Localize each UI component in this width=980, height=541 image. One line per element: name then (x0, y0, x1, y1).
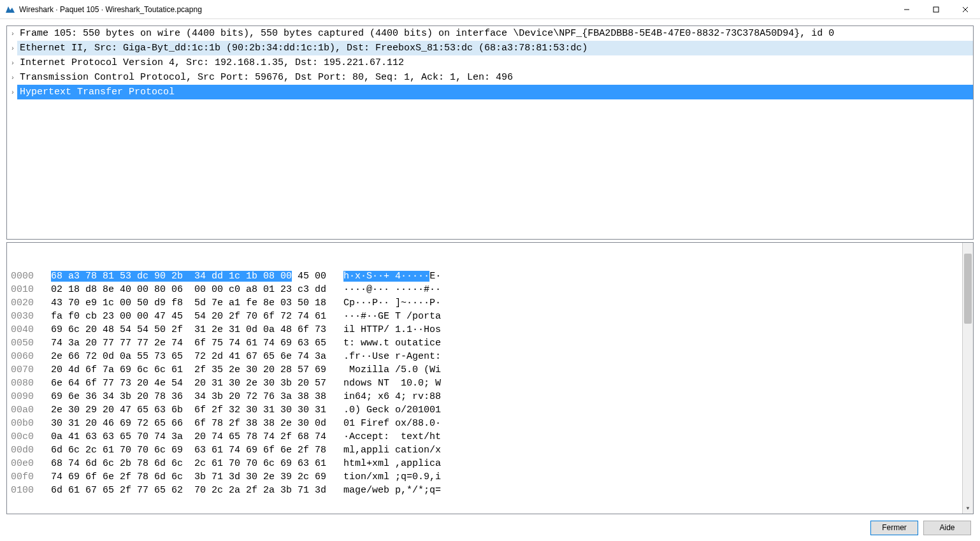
hex-line[interactable]: 0050 74 3a 20 77 77 77 2e 74 6f 75 74 61… (7, 336, 973, 350)
chevron-right-icon[interactable]: › (8, 85, 17, 99)
chevron-right-icon[interactable]: › (8, 71, 17, 84)
packet-details-tree[interactable]: ›Frame 105: 550 bytes on wire (4400 bits… (6, 25, 974, 240)
hex-line[interactable]: 0100 6d 61 67 65 2f 77 65 62 70 2c 2a 2f… (7, 484, 973, 497)
hex-line[interactable]: 0030 fa f0 cb 23 00 00 47 45 54 20 2f 70… (7, 310, 973, 323)
hex-line[interactable]: 00e0 68 74 6d 6c 2b 78 6d 6c 2c 61 70 70… (7, 457, 973, 470)
hex-line[interactable]: 00b0 30 31 20 46 69 72 65 66 6f 78 2f 38… (7, 417, 973, 430)
maximize-button[interactable] (921, 0, 951, 19)
close-button[interactable] (951, 0, 980, 19)
wireshark-icon (5, 4, 15, 15)
hex-line[interactable]: 00d0 6d 6c 2c 61 70 70 6c 69 63 61 74 69… (7, 444, 973, 457)
hex-line[interactable]: 00a0 2e 30 29 20 47 65 63 6b 6f 2f 32 30… (7, 403, 973, 417)
tree-row[interactable]: ›Frame 105: 550 bytes on wire (4400 bits… (7, 26, 973, 41)
scroll-down-icon[interactable]: ▼ (963, 503, 973, 514)
scroll-thumb[interactable] (964, 254, 972, 324)
tree-row[interactable]: ›Transmission Control Protocol, Src Port… (7, 70, 973, 85)
titlebar: Wireshark · Paquet 105 · Wireshark_Touta… (0, 0, 980, 19)
hex-line[interactable]: 00c0 0a 41 63 63 65 70 74 3a 20 74 65 78… (7, 430, 973, 444)
hex-line[interactable]: 0020 43 70 e9 1c 00 50 d9 f8 5d 7e a1 fe… (7, 296, 973, 310)
hex-line[interactable]: 0060 2e 66 72 0d 0a 55 73 65 72 2d 41 67… (7, 350, 973, 363)
hex-scrollbar[interactable]: ▲ ▼ (962, 243, 973, 514)
svg-rect-1 (933, 7, 939, 12)
dialog-footer: Fermer Aide (0, 514, 980, 541)
hex-line[interactable]: 00f0 74 69 6f 6e 2f 78 6d 6c 3b 71 3d 30… (7, 470, 973, 484)
tree-row[interactable]: ›Ethernet II, Src: Giga-Byt_dd:1c:1b (90… (7, 41, 973, 55)
tree-row-label: Hypertext Transfer Protocol (17, 85, 973, 99)
tree-row-label: Frame 105: 550 bytes on wire (4400 bits)… (17, 26, 973, 41)
chevron-right-icon[interactable]: › (8, 27, 17, 40)
tree-row[interactable]: ›Hypertext Transfer Protocol (7, 85, 973, 99)
hex-line[interactable]: 0000 68 a3 78 81 53 dc 90 2b 34 dd 1c 1b… (7, 270, 973, 283)
tree-row[interactable]: ›Internet Protocol Version 4, Src: 192.1… (7, 55, 973, 70)
tree-row-label: Transmission Control Protocol, Src Port:… (17, 70, 973, 85)
hex-line[interactable]: 0010 02 18 d8 8e 40 00 80 06 00 00 c0 a8… (7, 283, 973, 296)
minimize-button[interactable] (892, 0, 921, 19)
hex-line[interactable]: 0090 69 6e 36 34 3b 20 78 36 34 3b 20 72… (7, 390, 973, 403)
close-dialog-button[interactable]: Fermer (870, 521, 918, 535)
chevron-right-icon[interactable]: › (8, 41, 17, 55)
hex-line[interactable]: 0040 69 6c 20 48 54 54 50 2f 31 2e 31 0d… (7, 323, 973, 336)
help-button[interactable]: Aide (923, 521, 971, 535)
chevron-right-icon[interactable]: › (8, 56, 17, 69)
hex-line[interactable]: 0070 20 4d 6f 7a 69 6c 6c 61 2f 35 2e 30… (7, 363, 973, 377)
hex-line[interactable]: 0080 6e 64 6f 77 73 20 4e 54 20 31 30 2e… (7, 377, 973, 390)
window-title: Wireshark · Paquet 105 · Wireshark_Touta… (19, 5, 892, 14)
tree-row-label: Internet Protocol Version 4, Src: 192.16… (17, 55, 973, 70)
tree-row-label: Ethernet II, Src: Giga-Byt_dd:1c:1b (90:… (17, 41, 973, 55)
packet-bytes-hex[interactable]: 0000 68 a3 78 81 53 dc 90 2b 34 dd 1c 1b… (6, 242, 974, 514)
